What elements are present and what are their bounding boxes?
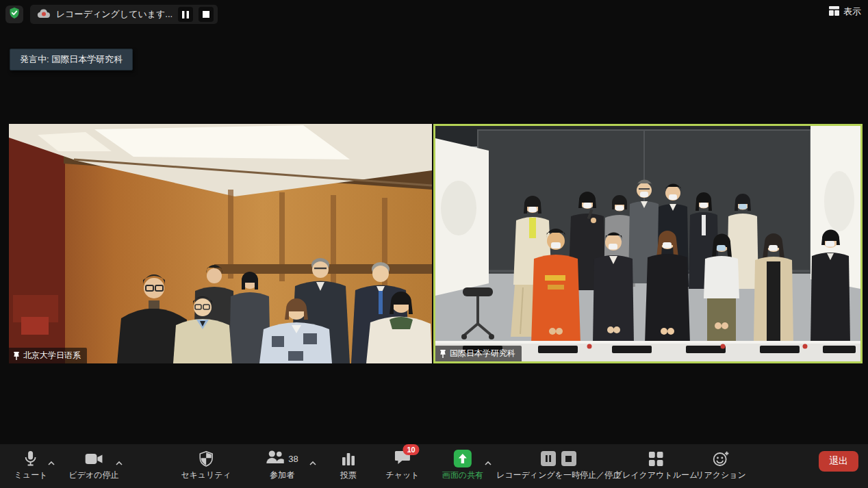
leave-meeting-button[interactable]: 退出 [819,451,858,472]
tile-name-text-left: 北京大学日语系 [23,350,81,361]
recording-cloud-icon [37,8,51,21]
view-button-label: 表示 [843,5,861,18]
pause-recording-toolbar-button[interactable] [541,451,556,466]
video-options-chevron[interactable] [116,456,123,468]
stop-recording-toolbar-button[interactable] [561,451,576,466]
stop-video-button[interactable]: ビデオの停止 [68,450,118,481]
video-grid: 北京大学日语系 [0,124,868,363]
stop-video-label: ビデオの停止 [68,470,118,481]
mute-options-chevron[interactable] [48,456,55,468]
participants-icon [266,450,284,467]
pin-icon [439,350,446,358]
zoom-meeting-window: レコーディングしています... 表示 発言中: 国際日本学研究科 [0,0,868,488]
chat-button[interactable]: 10 チャット [385,450,419,481]
tile-name-label-right: 国際日本学研究科 [435,346,522,361]
video-camera-icon [85,450,103,467]
breakout-rooms-label: ブレイクアウトルーム [614,470,698,481]
video-tile-international-japanese-studies[interactable]: 国際日本学研究科 [433,124,863,363]
security-button[interactable]: セキュリティ [181,450,231,481]
stop-recording-button[interactable] [199,7,214,22]
reactions-label: リアクション [695,470,746,481]
polls-button[interactable]: 投票 [340,450,357,481]
chat-unread-badge: 10 [403,444,420,455]
share-screen-label: 画面の共有 [442,470,483,481]
recording-controls-label: レコーディングを一時停止／停止 [496,470,621,481]
breakout-rooms-button[interactable]: ブレイクアウトルーム [614,450,698,481]
mute-button[interactable]: ミュート [14,450,48,481]
security-check-shield-icon [8,7,21,22]
gallery-view-icon [829,6,839,18]
participants-count: 38 [288,454,298,464]
breakout-rooms-grid-icon [649,450,663,467]
mute-label: ミュート [14,470,48,481]
chat-label: チャット [385,470,419,481]
recording-status-text: レコーディングしています... [56,8,173,21]
share-screen-button[interactable]: 画面の共有 [442,450,483,481]
recording-indicator: レコーディングしています... [30,5,218,24]
bar-chart-icon [342,450,355,467]
meeting-toolbar: ミュート ビデオの停止 セ [0,444,868,488]
polls-label: 投票 [340,470,357,481]
left-video-scene [9,124,432,363]
participants-button[interactable]: 38 参加者 [266,450,298,481]
recording-controls: レコーディングを一時停止／停止 [496,450,621,481]
share-screen-icon [454,450,472,467]
reactions-smiley-icon [713,450,729,467]
video-tile-peking-university[interactable]: 北京大学日语系 [9,124,432,363]
pause-recording-button[interactable] [178,7,193,22]
tile-name-label-left: 北京大学日语系 [9,348,87,363]
tile-name-text-right: 国際日本学研究科 [450,348,515,359]
participants-label: 参加者 [270,470,294,481]
active-speaker-banner: 発言中: 国際日本学研究科 [10,49,133,70]
share-options-chevron[interactable] [485,456,492,468]
microphone-icon [25,450,37,467]
view-button[interactable]: 表示 [829,5,861,18]
pin-icon [13,352,20,360]
participants-options-chevron[interactable] [309,456,316,468]
security-label: セキュリティ [181,470,231,481]
security-shield-icon [199,450,213,467]
meeting-info-shield-button[interactable] [5,5,23,23]
right-video-scene [435,126,860,361]
reactions-button[interactable]: リアクション [695,450,746,481]
